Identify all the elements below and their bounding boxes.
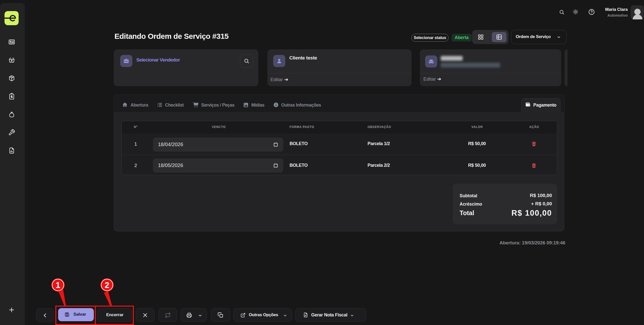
svg-text:2: 2	[105, 280, 109, 290]
svg-text:1: 1	[56, 280, 60, 290]
